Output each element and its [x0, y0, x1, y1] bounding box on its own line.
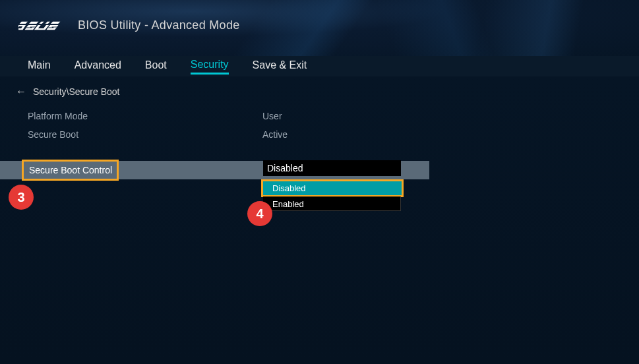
back-arrow-icon[interactable]: ←	[16, 86, 26, 98]
secure-boot-control-label[interactable]: Secure Boot Control	[22, 160, 119, 181]
dropdown-option-enabled[interactable]: Enabled	[263, 197, 400, 211]
content-area: ← Security\Secure Boot Platform Mode Use…	[0, 76, 639, 364]
dropdown-enabled-container: Enabled	[263, 197, 401, 211]
tab-advanced[interactable]: Advanced	[75, 59, 121, 73]
asus-logo	[18, 20, 66, 32]
nav-bar: Main Advanced Boot Security Save & Exit	[0, 56, 639, 76]
secure-boot-control-value[interactable]: Disabled	[263, 160, 401, 176]
settings-list: Platform Mode User Secure Boot Active	[0, 107, 639, 144]
tab-security[interactable]: Security	[191, 59, 229, 75]
tab-boot[interactable]: Boot	[145, 59, 167, 73]
setting-value: User	[262, 111, 282, 121]
dropdown-option-disabled[interactable]: Disabled	[263, 181, 402, 195]
dropdown-menu[interactable]: Disabled	[261, 179, 404, 197]
setting-value: Active	[262, 129, 288, 140]
annotation-badge-4: 4	[247, 201, 272, 226]
annotation-badge-3: 3	[9, 185, 34, 210]
utility-title: BIOS Utility - Advanced Mode	[78, 18, 240, 32]
setting-row-platform-mode[interactable]: Platform Mode User	[28, 107, 639, 125]
tab-main[interactable]: Main	[28, 59, 51, 73]
setting-row-secure-boot[interactable]: Secure Boot Active	[28, 125, 639, 144]
setting-label: Secure Boot	[28, 129, 262, 140]
breadcrumb-path: Security\Secure Boot	[33, 86, 120, 97]
setting-label: Platform Mode	[28, 111, 262, 121]
header-title-area: BIOS Utility - Advanced Mode	[18, 18, 240, 32]
breadcrumb[interactable]: ← Security\Secure Boot	[0, 76, 639, 107]
tab-save-exit[interactable]: Save & Exit	[253, 59, 307, 73]
